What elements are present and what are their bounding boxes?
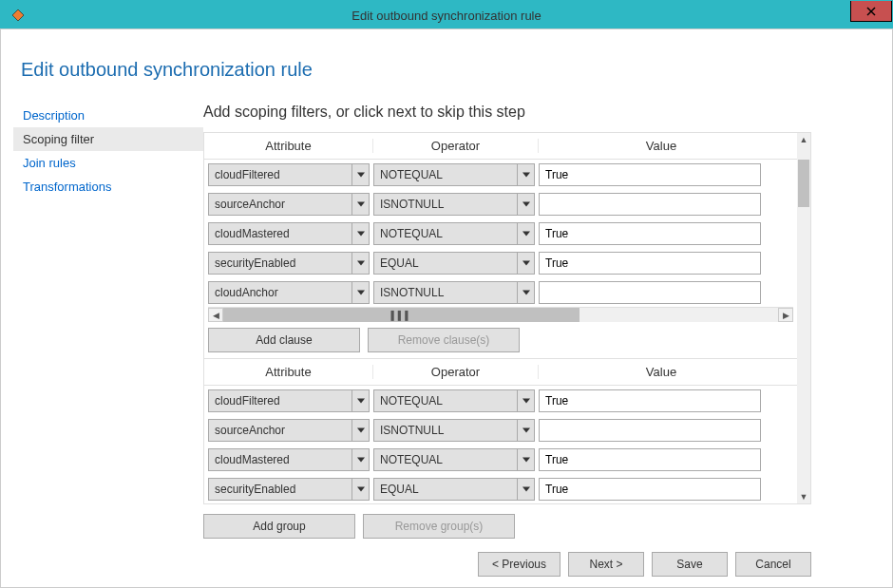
- attribute-combo[interactable]: cloudMastered: [208, 448, 370, 471]
- content-area: Add scoping filters, or click next to sk…: [203, 104, 880, 577]
- value-input[interactable]: [539, 419, 761, 442]
- svg-marker-15: [357, 427, 365, 432]
- chevron-down-icon: [517, 449, 534, 470]
- svg-marker-18: [522, 457, 530, 462]
- remove-clause-button[interactable]: Remove clause(s): [368, 328, 520, 352]
- sidebar-item-scoping-filter[interactable]: Scoping filter: [13, 127, 203, 151]
- value-input[interactable]: [539, 252, 761, 275]
- attribute-combo[interactable]: securityEnabled: [208, 478, 370, 501]
- svg-marker-14: [522, 398, 530, 403]
- chevron-down-icon: [352, 449, 369, 470]
- attribute-combo[interactable]: sourceAnchor: [208, 193, 370, 216]
- svg-marker-7: [357, 231, 365, 236]
- chevron-down-icon: [352, 420, 369, 441]
- grid-header: Attribute Operator Value: [204, 359, 797, 386]
- value-input[interactable]: [539, 163, 761, 186]
- attribute-combo[interactable]: cloudMastered: [208, 222, 370, 245]
- clause-row: cloudMastered NOTEQUAL: [204, 445, 797, 474]
- step-title: Add scoping filters, or click next to sk…: [203, 104, 880, 121]
- column-attribute: Attribute: [204, 139, 373, 153]
- svg-marker-13: [357, 398, 365, 403]
- value-input[interactable]: [539, 193, 761, 216]
- chevron-down-icon: [517, 253, 534, 274]
- chevron-down-icon: [352, 253, 369, 274]
- operator-combo[interactable]: EQUAL: [373, 478, 535, 501]
- sidebar-item-join-rules[interactable]: Join rules: [13, 151, 203, 175]
- attribute-combo[interactable]: sourceAnchor: [208, 419, 370, 442]
- value-input[interactable]: [539, 478, 761, 501]
- value-input[interactable]: [539, 389, 761, 412]
- scrollbar-thumb[interactable]: [798, 160, 809, 207]
- svg-marker-8: [522, 231, 530, 236]
- column-operator: Operator: [373, 139, 539, 153]
- svg-marker-4: [522, 172, 530, 177]
- svg-marker-12: [522, 290, 530, 294]
- scroll-right-arrow-icon[interactable]: ▶: [778, 308, 793, 322]
- chevron-down-icon: [352, 479, 369, 500]
- value-input[interactable]: [539, 222, 761, 245]
- chevron-down-icon: [517, 390, 534, 411]
- clause-row: cloudAnchor ISNOTNULL: [204, 277, 797, 307]
- scrollbar-thumb[interactable]: ▌▌▌: [223, 308, 580, 322]
- chevron-down-icon: [352, 223, 369, 244]
- sidebar-item-description[interactable]: Description: [13, 104, 203, 127]
- scroll-down-arrow-icon[interactable]: ▼: [797, 490, 810, 503]
- value-input[interactable]: [539, 281, 761, 304]
- svg-marker-11: [357, 290, 365, 294]
- operator-combo[interactable]: NOTEQUAL: [373, 448, 535, 471]
- column-attribute: Attribute: [204, 365, 373, 379]
- vertical-scrollbar[interactable]: ▲ ▼: [797, 133, 810, 503]
- scoping-group: Attribute Operator Value cloudFiltered N…: [204, 133, 797, 358]
- svg-marker-10: [522, 260, 530, 265]
- attribute-combo[interactable]: securityEnabled: [208, 252, 370, 275]
- horizontal-scrollbar[interactable]: ◀ ▌▌▌ ▶: [208, 307, 793, 322]
- value-input[interactable]: [539, 448, 761, 471]
- operator-combo[interactable]: NOTEQUAL: [373, 222, 535, 245]
- svg-marker-5: [357, 201, 365, 206]
- remove-group-button[interactable]: Remove group(s): [363, 514, 515, 539]
- page-heading: Edit outbound synchronization rule: [21, 59, 880, 81]
- chevron-down-icon: [517, 479, 534, 500]
- svg-marker-17: [357, 457, 365, 462]
- titlebar: Edit outbound synchronization rule: [1, 1, 892, 29]
- clause-row: securityEnabled EQUAL: [204, 248, 797, 277]
- scroll-up-arrow-icon[interactable]: ▲: [797, 133, 810, 146]
- attribute-combo[interactable]: cloudAnchor: [208, 281, 370, 304]
- clause-row: cloudFiltered NOTEQUAL: [204, 160, 797, 189]
- chevron-down-icon: [517, 223, 534, 244]
- scroll-left-arrow-icon[interactable]: ◀: [208, 308, 223, 322]
- svg-marker-9: [357, 260, 365, 265]
- previous-button[interactable]: < Previous: [478, 552, 560, 577]
- clause-row: cloudMastered NOTEQUAL: [204, 218, 797, 248]
- grid-header: Attribute Operator Value: [204, 133, 797, 160]
- operator-combo[interactable]: NOTEQUAL: [373, 163, 535, 186]
- chevron-down-icon: [517, 164, 534, 185]
- chevron-down-icon: [517, 420, 534, 441]
- cancel-button[interactable]: Cancel: [735, 552, 811, 577]
- add-group-button[interactable]: Add group: [203, 514, 355, 539]
- scoping-filter-groups: Attribute Operator Value cloudFiltered N…: [203, 132, 811, 504]
- attribute-combo[interactable]: cloudFiltered: [208, 389, 370, 412]
- sidebar-item-transformations[interactable]: Transformations: [13, 175, 203, 199]
- clause-row: sourceAnchor ISNOTNULL: [204, 415, 797, 445]
- next-button[interactable]: Next >: [568, 552, 644, 577]
- operator-combo[interactable]: ISNOTNULL: [373, 419, 535, 442]
- operator-combo[interactable]: NOTEQUAL: [373, 389, 535, 412]
- operator-combo[interactable]: ISNOTNULL: [373, 193, 535, 216]
- column-value: Value: [539, 139, 784, 153]
- save-button[interactable]: Save: [652, 552, 728, 577]
- add-clause-button[interactable]: Add clause: [208, 328, 360, 352]
- svg-marker-20: [522, 486, 530, 491]
- operator-combo[interactable]: EQUAL: [373, 252, 535, 275]
- attribute-combo[interactable]: cloudFiltered: [208, 163, 370, 186]
- clause-row: cloudFiltered NOTEQUAL: [204, 386, 797, 415]
- scoping-group: Attribute Operator Value cloudFiltered N…: [204, 358, 797, 503]
- svg-marker-3: [357, 172, 365, 177]
- close-button[interactable]: [850, 1, 892, 22]
- chevron-down-icon: [352, 164, 369, 185]
- clause-row: securityEnabled EQUAL: [204, 474, 797, 503]
- operator-combo[interactable]: ISNOTNULL: [373, 281, 535, 304]
- column-operator: Operator: [373, 365, 539, 379]
- column-value: Value: [539, 365, 784, 379]
- window-title: Edit outbound synchronization rule: [1, 9, 892, 23]
